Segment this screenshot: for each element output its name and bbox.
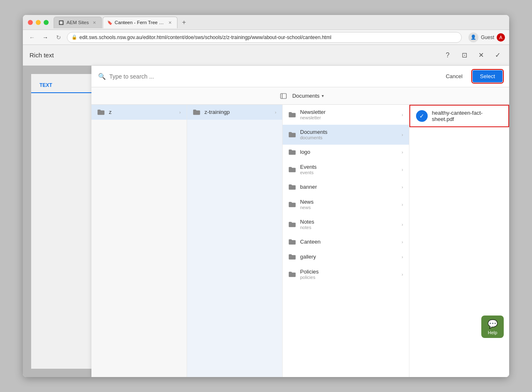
folder-icon bbox=[288, 271, 296, 277]
help-icon-button[interactable]: ? bbox=[443, 50, 453, 60]
search-icon: 🔍 bbox=[98, 73, 106, 80]
chevron-right-icon: › bbox=[275, 110, 276, 115]
chevron-right-icon: › bbox=[401, 132, 403, 137]
column-1: z › bbox=[91, 105, 187, 377]
list-item[interactable]: gallery › bbox=[283, 249, 409, 264]
list-item[interactable]: z › bbox=[91, 105, 187, 120]
item-label-wrap: Notes notes bbox=[300, 219, 397, 230]
list-item[interactable]: banner › bbox=[283, 180, 409, 195]
column-2: z-trainingp › bbox=[187, 105, 283, 377]
rich-text-header: Rich text ? ⊡ ✕ ✓ bbox=[23, 45, 509, 66]
item-label-wrap: Newsletter newsletter bbox=[300, 109, 397, 120]
item-label: logo bbox=[300, 149, 397, 155]
reload-button[interactable]: ↻ bbox=[54, 32, 64, 42]
new-tab-button[interactable]: + bbox=[178, 17, 190, 28]
chevron-right-icon: › bbox=[401, 239, 403, 244]
select-button[interactable]: Select bbox=[473, 70, 502, 82]
item-label: banner bbox=[300, 184, 397, 190]
chevron-right-icon: › bbox=[401, 222, 403, 227]
documents-bar: Documents ▾ bbox=[91, 87, 509, 105]
column-3: Newsletter newsletter › Documents docume… bbox=[283, 105, 409, 377]
back-button[interactable]: ← bbox=[27, 32, 37, 42]
tab-canteen[interactable]: 🔖 Canteen - Fern Tree Public Sc... ✕ bbox=[103, 17, 177, 28]
item-label-wrap: Events events bbox=[300, 164, 397, 175]
list-item[interactable]: Events events › bbox=[283, 160, 409, 180]
titlebar: 🔲 AEM Sites ✕ 🔖 Canteen - Fern Tree Publ… bbox=[23, 15, 509, 30]
item-label: Notes bbox=[300, 219, 397, 225]
search-area: 🔍 bbox=[98, 73, 436, 80]
item-label: Newsletter bbox=[300, 109, 397, 115]
guest-label: Guest bbox=[481, 35, 494, 40]
extension-icon[interactable]: A bbox=[497, 33, 505, 42]
dialog-container: TEXT 🔍 Cancel Select bbox=[23, 66, 509, 377]
fullscreen-button[interactable]: ⊡ bbox=[459, 50, 469, 60]
tab-text-label: TEXT bbox=[39, 82, 52, 88]
search-input[interactable] bbox=[109, 73, 436, 80]
sidebar-toggle-icon[interactable] bbox=[277, 89, 290, 104]
item-label-wrap: banner bbox=[300, 184, 397, 190]
file-picker-header: 🔍 Cancel Select bbox=[91, 66, 509, 87]
profile-avatar-icon: 👤 bbox=[470, 35, 476, 40]
close-button[interactable]: ✕ bbox=[476, 50, 486, 60]
tab-label: AEM Sites bbox=[66, 20, 89, 25]
page-title: Rich text bbox=[30, 52, 54, 59]
folder-icon bbox=[288, 184, 296, 190]
item-label-wrap: Canteen bbox=[300, 239, 397, 245]
list-item[interactable]: logo › bbox=[283, 145, 409, 160]
folder-icon bbox=[97, 109, 105, 115]
chevron-down-icon[interactable]: ▾ bbox=[322, 94, 324, 98]
help-button[interactable]: 💬 Help bbox=[481, 316, 504, 338]
lock-icon: 🔒 bbox=[71, 35, 77, 40]
list-item[interactable]: Policies policies › bbox=[283, 264, 409, 284]
maximize-window-button[interactable] bbox=[44, 20, 49, 25]
svg-rect-0 bbox=[281, 94, 286, 99]
list-item[interactable]: z-trainingp › bbox=[187, 105, 282, 120]
url-bar[interactable]: 🔒 edit.sws.schools.nsw.gov.au/editor.htm… bbox=[67, 32, 462, 43]
file-label: healthy-canteen-fact-sheet.pdf bbox=[432, 110, 502, 122]
item-label: z bbox=[109, 109, 175, 115]
list-item[interactable]: Documents documents › bbox=[283, 125, 409, 145]
chevron-right-icon: › bbox=[401, 272, 403, 277]
file-picker-dialog: 🔍 Cancel Select Documents ▾ bbox=[91, 66, 509, 377]
item-sublabel: news bbox=[300, 205, 397, 210]
chevron-right-icon: › bbox=[401, 254, 403, 259]
item-sublabel: policies bbox=[300, 275, 397, 280]
profile-icon[interactable]: 👤 bbox=[468, 32, 478, 42]
chat-icon: 💬 bbox=[488, 319, 498, 329]
list-item[interactable]: Newsletter newsletter › bbox=[283, 105, 409, 125]
item-sublabel: documents bbox=[300, 135, 397, 140]
tab-text[interactable]: TEXT bbox=[31, 78, 97, 93]
check-icon: ✓ bbox=[495, 51, 500, 59]
minimize-window-button[interactable] bbox=[36, 20, 41, 25]
list-item[interactable]: Notes notes › bbox=[283, 214, 409, 234]
page-content: Rich text ? ⊡ ✕ ✓ TEXT bbox=[23, 45, 509, 377]
item-label: News bbox=[300, 199, 397, 205]
list-item[interactable]: News news › bbox=[283, 195, 409, 214]
forward-button[interactable]: → bbox=[40, 32, 50, 42]
traffic-lights bbox=[23, 20, 54, 25]
folder-icon bbox=[288, 221, 296, 227]
confirm-button[interactable]: ✓ bbox=[493, 50, 502, 60]
item-label: Events bbox=[300, 164, 397, 170]
question-icon: ? bbox=[446, 52, 450, 59]
item-sublabel: newsletter bbox=[300, 115, 397, 120]
profile-area: 👤 Guest A bbox=[465, 32, 505, 42]
tab-close-canteen-icon[interactable]: ✕ bbox=[167, 20, 173, 25]
tab-favicon: 🔲 bbox=[58, 20, 64, 25]
tabs-bar: 🔲 AEM Sites ✕ 🔖 Canteen - Fern Tree Publ… bbox=[54, 17, 509, 28]
cancel-button[interactable]: Cancel bbox=[440, 71, 468, 82]
close-window-button[interactable] bbox=[28, 20, 33, 25]
list-item[interactable]: ✓ healthy-canteen-fact-sheet.pdf bbox=[409, 105, 509, 127]
tab-close-icon[interactable]: ✕ bbox=[91, 20, 97, 25]
folder-icon bbox=[288, 254, 296, 260]
list-item[interactable]: Canteen › bbox=[283, 234, 409, 249]
item-label: gallery bbox=[300, 254, 397, 260]
tab-aem-sites[interactable]: 🔲 AEM Sites ✕ bbox=[54, 17, 102, 28]
item-label-wrap: Policies policies bbox=[300, 269, 397, 280]
documents-title: Documents bbox=[292, 93, 320, 99]
tab-label-canteen: Canteen - Fern Tree Public Sc... bbox=[115, 20, 165, 25]
tab-favicon-canteen: 🔖 bbox=[107, 20, 112, 25]
item-label: z-trainingp bbox=[204, 109, 271, 115]
chevron-right-icon: › bbox=[401, 167, 403, 172]
folder-icon bbox=[288, 201, 296, 207]
